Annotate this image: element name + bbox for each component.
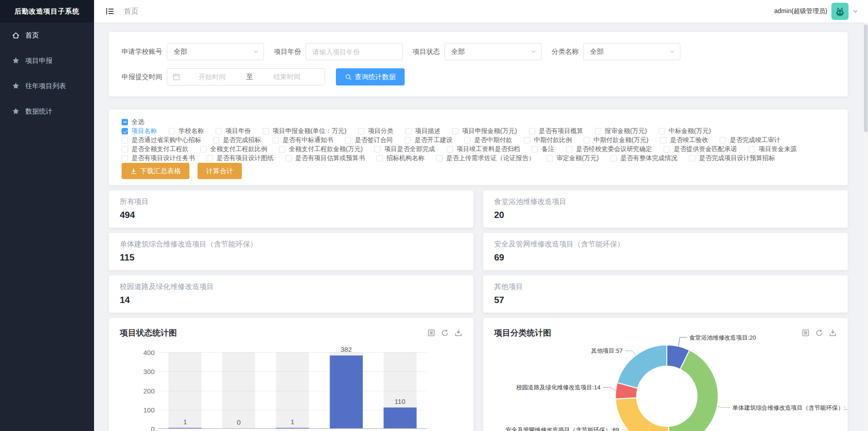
filter-panel: 申请学校账号 全部 项目年份 项目状态 全部 — [108, 32, 848, 97]
bar-chart-plot: 101382110 — [158, 352, 427, 429]
field-checkbox-label: 项目名称 — [132, 127, 157, 135]
bar-column[interactable]: 382 — [319, 352, 373, 428]
field-checkbox[interactable]: 是否开工建设 — [405, 136, 453, 144]
field-checkbox[interactable]: 项目是否全部完成 — [374, 145, 435, 153]
school-select[interactable]: 全部 — [167, 43, 264, 60]
field-checkbox[interactable]: 备注 — [532, 145, 554, 153]
field-checkbox[interactable]: 项目分类 — [358, 127, 393, 135]
bar-value-label: 0 — [212, 418, 266, 426]
field-checkbox[interactable]: 审定金额(万元) — [547, 154, 599, 162]
field-checkbox[interactable]: 是否有中标通知书 — [273, 136, 333, 144]
bar-column[interactable]: 0 — [212, 352, 266, 428]
save-image-icon[interactable] — [454, 329, 462, 337]
field-checkbox-label: 是否有项目估算或预算书 — [295, 154, 365, 162]
field-checkbox[interactable]: 是否全额支付工程款 — [122, 145, 189, 153]
sidebar-item-project-declare[interactable]: 项目申报 — [0, 48, 94, 73]
field-checkbox-label: 是否通过省采购中心招标 — [132, 136, 201, 144]
field-checkbox[interactable]: 是否完成竣工审计 — [720, 136, 780, 144]
field-checkbox[interactable]: 是否有项目设计任务书 — [122, 154, 195, 162]
field-checkbox[interactable]: 中标金额(万元) — [659, 127, 711, 135]
field-checkbox[interactable]: 招标机构名称 — [377, 154, 425, 162]
topbar: 首页 admin(超级管理员) — [94, 0, 868, 23]
field-checkbox[interactable]: 学校名称 — [169, 127, 204, 135]
pie-slice[interactable] — [617, 345, 667, 388]
breadcrumb[interactable]: 首页 — [124, 7, 138, 16]
field-checkbox[interactable]: 是否有项目估算或预算书 — [285, 154, 365, 162]
checkbox-icon — [374, 146, 381, 152]
category-chart-header: 项目分类统计图 — [494, 327, 837, 339]
field-checkbox[interactable]: 是否竣工验收 — [660, 136, 708, 144]
field-checkbox[interactable]: 项目描述 — [405, 127, 440, 135]
checkbox-icon — [664, 146, 670, 152]
field-checkbox-label: 项目竣工资料是否归档 — [457, 145, 520, 153]
sidebar-item-statistics[interactable]: 数据统计 — [0, 99, 94, 124]
sidebar-item-past-projects[interactable]: 往年项目列表 — [0, 73, 94, 99]
field-checkbox-label: 项目申报金额(单位：万元) — [273, 127, 346, 135]
bar-column[interactable]: 1 — [158, 352, 212, 428]
bar — [330, 355, 363, 428]
category-select[interactable]: 全部 — [583, 43, 680, 60]
field-checkbox[interactable]: 是否有项目概算 — [529, 127, 583, 135]
menu-fold-icon[interactable] — [105, 6, 115, 16]
chevron-down-icon — [669, 48, 675, 55]
field-checkbox[interactable]: 是否签订合同 — [345, 136, 393, 144]
checkbox-icon — [285, 155, 292, 161]
field-checkbox-label: 项目年份 — [226, 127, 251, 135]
y-axis-tick: 100 — [143, 406, 155, 413]
field-checkbox[interactable]: 是否上传需求佐证（论证报告） — [436, 154, 535, 162]
field-checkbox-label: 是否开工建设 — [415, 136, 453, 144]
field-checkbox[interactable]: 全额支付工程款金额(万元) — [279, 145, 363, 153]
scrollbar-thumb[interactable] — [864, 24, 868, 132]
year-input[interactable] — [306, 43, 403, 60]
checkbox-icon — [529, 128, 535, 134]
bar-column[interactable]: 1 — [266, 352, 320, 428]
field-checkbox[interactable]: 是否通过省采购中心招标 — [122, 136, 201, 144]
field-checkbox[interactable]: 中期付款金额(万元) — [584, 136, 648, 144]
field-checkbox[interactable]: 是否提供资金匹配承诺 — [664, 145, 737, 153]
field-checkbox[interactable]: 是否中期付款 — [464, 136, 512, 144]
field-checkbox[interactable]: 项目年份 — [216, 127, 251, 135]
pie-slice[interactable] — [615, 398, 670, 431]
download-summary-button[interactable]: 下载汇总表格 — [122, 163, 189, 179]
field-checkbox[interactable]: 是否有整体完成情况 — [610, 154, 677, 162]
sidebar-nav: 首页项目申报往年项目列表数据统计 — [0, 23, 94, 124]
data-view-icon[interactable] — [802, 329, 810, 337]
user-menu[interactable]: admin(超级管理员) — [774, 3, 858, 20]
field-checkbox[interactable]: 项目名称 — [122, 127, 157, 135]
field-checkbox[interactable]: 项目申报金额(万元) — [452, 127, 517, 135]
checkbox-icon — [345, 137, 351, 143]
field-checkbox[interactable]: 报审金额(万元) — [595, 127, 647, 135]
refresh-icon[interactable] — [441, 329, 449, 337]
bar-column[interactable]: 110 — [373, 352, 427, 428]
field-checkbox[interactable]: 项目申报金额(单位：万元) — [263, 127, 346, 135]
refresh-icon[interactable] — [815, 329, 823, 337]
bar-background — [169, 352, 202, 428]
filter-school-label: 申请学校账号 — [122, 47, 162, 56]
field-checkbox[interactable]: 项目资金来源 — [749, 145, 797, 153]
field-checkbox[interactable]: 是否经校党委会议研究确定 — [566, 145, 652, 153]
field-checkbox[interactable]: 是否完成项目设计预算招标 — [689, 154, 775, 162]
status-select[interactable]: 全部 — [444, 43, 542, 60]
calendar-icon — [173, 73, 180, 81]
field-checkbox-label: 是否竣工验收 — [670, 136, 708, 144]
calculate-total-button[interactable]: 计算合计 — [198, 163, 242, 179]
field-checkbox[interactable]: 中期付款比例 — [524, 136, 572, 144]
field-checkbox[interactable]: 是否完成招标 — [213, 136, 261, 144]
stat-card-value: 115 — [120, 252, 462, 263]
field-checkbox[interactable]: 项目竣工资料是否归档 — [447, 145, 520, 153]
stat-card-title: 单体建筑综合维修改造项目（含节能环保） — [120, 240, 462, 249]
status-chart-card: 项目状态统计图 0100200300400 101382110 — [108, 317, 474, 431]
select-all-checkbox[interactable]: 全选 — [122, 118, 144, 126]
query-statistics-button[interactable]: 查询统计数据 — [336, 68, 405, 85]
y-axis-tick: 200 — [143, 387, 155, 394]
sidebar-item-home[interactable]: 首页 — [0, 23, 94, 48]
field-checkbox-label: 是否中期付款 — [474, 136, 512, 144]
field-checkbox[interactable]: 全额支付工程款比例 — [200, 145, 267, 153]
data-view-icon[interactable] — [427, 329, 435, 337]
daterange-picker[interactable]: 开始时间 至 结束时间 — [167, 68, 325, 85]
field-checkbox-label: 是否完成竣工审计 — [730, 136, 780, 144]
checkbox-indeterminate-icon — [122, 119, 128, 125]
save-image-icon[interactable] — [829, 329, 837, 337]
field-checkbox[interactable]: 是否有项目设计图纸 — [207, 154, 274, 162]
field-checkbox-label: 是否有项目概算 — [539, 127, 583, 135]
